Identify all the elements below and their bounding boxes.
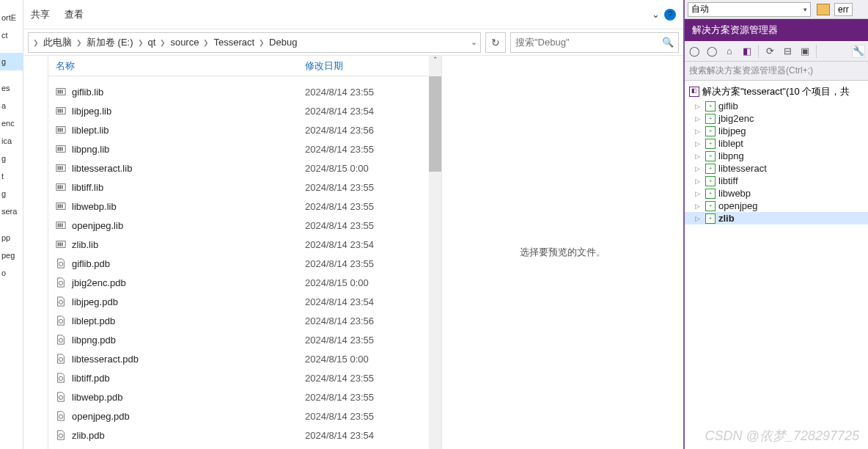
- left-nav-item[interactable]: [0, 220, 23, 229]
- file-row[interactable]: libjpeg.pdb2024/8/14 23:54: [48, 292, 441, 311]
- left-nav-item[interactable]: g: [0, 150, 23, 167]
- breadcrumb-bar[interactable]: 此电脑新加卷 (E:)qtsourceTesseractDebug ⌄: [28, 32, 481, 53]
- refresh-button[interactable]: ↻: [485, 32, 506, 53]
- expand-icon[interactable]: ▷: [695, 140, 702, 147]
- left-nav-item[interactable]: es: [0, 79, 23, 97]
- project-node[interactable]: ▷+zlib: [685, 212, 868, 224]
- expand-icon[interactable]: ▷: [695, 178, 702, 185]
- breadcrumb-segment[interactable]: Tesseract: [210, 37, 257, 48]
- breadcrumb-segment[interactable]: qt: [145, 37, 159, 48]
- file-row[interactable]: liblept.pdb2024/8/14 23:56: [48, 311, 441, 330]
- file-row[interactable]: libtesseract.lib2024/8/15 0:00: [48, 158, 441, 178]
- expand-icon[interactable]: ▷: [695, 202, 702, 210]
- left-nav-item[interactable]: a: [0, 97, 23, 114]
- file-row[interactable]: libpng.pdb2024/8/14 23:55: [48, 330, 441, 349]
- project-node[interactable]: ▷+openjpeg: [685, 200, 868, 212]
- folder-icon[interactable]: [817, 4, 830, 15]
- left-nav-item[interactable]: peg: [0, 247, 23, 264]
- breadcrumb-sep-icon[interactable]: [158, 38, 167, 46]
- project-node[interactable]: ▷+jbig2enc: [685, 112, 868, 125]
- refresh-icon[interactable]: ⟳: [763, 45, 776, 58]
- expand-icon[interactable]: ▷: [695, 115, 702, 123]
- expand-icon[interactable]: ▷: [695, 190, 702, 197]
- breadcrumb-sep-icon[interactable]: [136, 38, 145, 46]
- file-list[interactable]: giflib.lib2024/8/14 23:55libjpeg.lib2024…: [48, 76, 441, 449]
- file-row[interactable]: giflib.lib2024/8/14 23:55: [48, 82, 441, 101]
- tab-share[interactable]: 共享: [31, 8, 50, 21]
- help-icon[interactable]: ?: [664, 9, 676, 21]
- search-icon[interactable]: 🔍: [662, 37, 674, 48]
- expand-icon[interactable]: ▷: [695, 165, 702, 172]
- show-all-icon[interactable]: ▣: [798, 45, 812, 58]
- breadcrumb-sep-icon[interactable]: [75, 38, 84, 46]
- errors-box[interactable]: err: [834, 3, 853, 16]
- breadcrumb-segment[interactable]: 新加卷 (E:): [84, 36, 136, 49]
- column-name[interactable]: 名称: [56, 59, 305, 73]
- left-nav-item[interactable]: ct: [0, 26, 23, 44]
- file-row[interactable]: liblept.lib2024/8/14 23:56: [48, 120, 441, 139]
- file-row[interactable]: zlib.pdb2024/8/14 23:54: [48, 426, 441, 445]
- breadcrumb-sep-icon[interactable]: [202, 38, 210, 46]
- breadcrumb-segment[interactable]: 此电脑: [40, 36, 75, 49]
- file-row[interactable]: libwebp.pdb2024/8/14 23:55: [48, 387, 441, 406]
- solution-node[interactable]: ◧ 解决方案"tesseract"(10 个项目，共: [685, 84, 868, 100]
- solution-tree[interactable]: ◧ 解决方案"tesseract"(10 个项目，共 ▷+giflib▷+jbi…: [685, 81, 868, 449]
- project-node[interactable]: ▷+giflib: [685, 100, 868, 112]
- search-box[interactable]: 🔍: [510, 32, 679, 53]
- file-row[interactable]: libtiff.lib2024/8/14 23:55: [48, 178, 441, 197]
- back-icon[interactable]: ◯: [688, 45, 701, 58]
- collapse-icon[interactable]: ⊟: [781, 45, 794, 58]
- left-nav-item[interactable]: ica: [0, 132, 23, 150]
- left-nav-item[interactable]: enc: [0, 114, 23, 132]
- file-row[interactable]: jbig2enc.pdb2024/8/15 0:00: [48, 273, 441, 292]
- file-row[interactable]: libtesseract.pdb2024/8/15 0:00: [48, 349, 441, 368]
- file-row[interactable]: libpng.lib2024/8/14 23:55: [48, 139, 441, 158]
- scrollbar-up-icon[interactable]: ⌃: [429, 56, 441, 69]
- file-row[interactable]: giflib.pdb2024/8/14 23:55: [48, 254, 441, 273]
- scrollbar-thumb[interactable]: [429, 76, 441, 172]
- file-row[interactable]: openjpeg.pdb2024/8/14 23:55: [48, 406, 441, 426]
- solution-search[interactable]: 搜索解决方案资源管理器(Ctrl+;): [685, 62, 868, 81]
- project-node[interactable]: ▷+liblept: [685, 137, 868, 150]
- left-nav-item[interactable]: [0, 70, 23, 79]
- search-input[interactable]: [515, 37, 662, 48]
- file-row[interactable]: zlib.lib2024/8/14 23:54: [48, 235, 441, 254]
- left-nav-item[interactable]: g: [0, 185, 23, 202]
- left-nav-item[interactable]: o: [0, 264, 23, 282]
- file-row[interactable]: libjpeg.lib2024/8/14 23:54: [48, 101, 441, 120]
- file-row[interactable]: libtiff.pdb2024/8/14 23:55: [48, 368, 441, 387]
- dropdown-chevron-icon[interactable]: ⌄: [471, 37, 477, 47]
- project-node[interactable]: ▷+libtiff: [685, 175, 868, 187]
- column-headers[interactable]: 名称 修改日期 ʌ: [48, 56, 441, 76]
- column-modified[interactable]: 修改日期: [305, 59, 415, 73]
- left-nav-item[interactable]: [0, 44, 23, 53]
- sync-icon[interactable]: ◧: [740, 45, 754, 58]
- tab-view[interactable]: 查看: [65, 8, 84, 21]
- project-node[interactable]: ▷+libwebp: [685, 187, 868, 200]
- file-row[interactable]: libwebp.lib2024/8/14 23:55: [48, 197, 441, 216]
- breadcrumb-sep-icon[interactable]: [32, 38, 40, 46]
- project-node[interactable]: ▷+libjpeg: [685, 125, 868, 137]
- left-nav-item[interactable]: sera: [0, 202, 23, 220]
- vertical-scrollbar[interactable]: ⌃: [429, 56, 441, 449]
- left-nav-item[interactable]: ortE: [0, 9, 23, 26]
- left-nav-item[interactable]: g: [0, 53, 23, 70]
- expand-icon[interactable]: ▷: [695, 153, 702, 160]
- expand-icon[interactable]: ▷: [695, 215, 702, 222]
- project-node[interactable]: ▷+libpng: [685, 150, 868, 162]
- expand-icon[interactable]: ▷: [695, 103, 702, 110]
- expand-icon[interactable]: ▷: [695, 128, 702, 135]
- forward-icon[interactable]: ◯: [705, 45, 718, 58]
- breadcrumb-sep-icon[interactable]: [257, 38, 266, 46]
- breadcrumb-segment[interactable]: source: [167, 37, 202, 48]
- ribbon-collapse-icon[interactable]: ⌄: [652, 9, 660, 20]
- left-nav-item[interactable]: t: [0, 167, 23, 185]
- breadcrumb-segment[interactable]: Debug: [266, 37, 300, 48]
- home-icon[interactable]: ⌂: [723, 45, 736, 58]
- project-node[interactable]: ▷+libtesseract: [685, 162, 868, 175]
- properties-icon[interactable]: 🔧: [852, 45, 865, 58]
- left-nav-item[interactable]: [0, 282, 23, 291]
- file-row[interactable]: openjpeg.lib2024/8/14 23:55: [48, 216, 441, 235]
- left-nav-item[interactable]: [0, 0, 23, 9]
- config-dropdown[interactable]: 自动 ▾: [688, 2, 811, 17]
